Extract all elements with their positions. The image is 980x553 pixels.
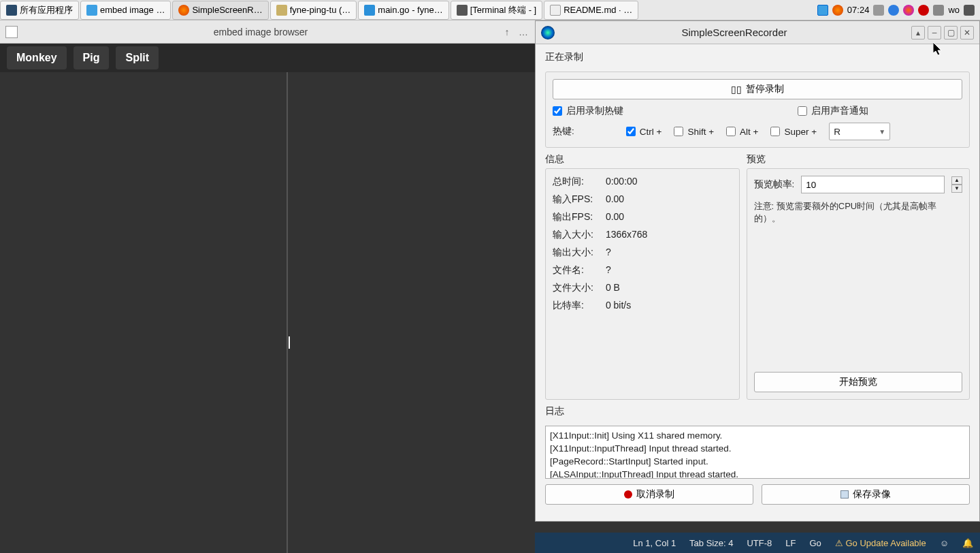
taskbar-item-label: [Terminal 终端 - ] (470, 4, 537, 16)
ssr-window: SimpleScreenRecorder ▴ – ▢ ✕ 正在录制 ▯▯ 暂停录… (535, 20, 980, 522)
taskbar-item-label: embed image … (100, 5, 165, 15)
info-key: 文件大小: (553, 282, 593, 294)
hotkey-checkbox[interactable]: 启用录制热键 (553, 105, 623, 117)
toolbar: Monkey Pig Split (0, 44, 535, 72)
info-key: 输入大小: (553, 229, 593, 241)
super-mod[interactable]: Super + (770, 127, 817, 137)
taskbar-item-5[interactable]: README.md · … (544, 1, 638, 20)
bluetooth-icon[interactable] (888, 5, 899, 16)
split-button[interactable]: Split (116, 46, 159, 69)
preview-group: 预览帧率: ▲ ▼ 注意: 预览需要额外的CPU时间（尤其是高帧率的）。 开始预… (747, 168, 970, 400)
sound-check-input[interactable] (798, 106, 807, 116)
shift-mod[interactable]: Shift + (674, 127, 714, 137)
workspace-switcher[interactable] (817, 5, 828, 16)
canvas-area[interactable] (0, 72, 535, 553)
log-line: [X11Input::InputThread] Input thread sta… (550, 442, 965, 455)
taskbar-item-4[interactable]: [Terminal 终端 - ] (451, 1, 543, 20)
info-key: 输出FPS: (553, 211, 593, 223)
info-val: 0 B (606, 282, 732, 294)
taskbar-item-label: README.md · … (564, 5, 632, 15)
vscode-icon (364, 5, 375, 16)
save-record-button[interactable]: 保存录像 (762, 484, 970, 505)
window-icon (5, 26, 18, 38)
info-key: 比特率: (553, 300, 593, 312)
ssr-icon (178, 5, 189, 16)
info-key: 总时间: (553, 176, 593, 188)
info-key: 输出大小: (553, 247, 593, 259)
hotkey-label: 热键: (553, 125, 574, 138)
info-val: 0:00:00 (606, 176, 732, 188)
chrome-icon (550, 5, 561, 16)
ssr-icon (541, 26, 555, 40)
maximize-button[interactable]: ▢ (944, 26, 958, 40)
titlebar[interactable]: SimpleScreenRecorder ▴ – ▢ ✕ (536, 21, 979, 44)
overflow-button[interactable]: … (517, 27, 529, 37)
record-group: ▯▯ 暂停录制 启用录制热键 启用声音通知 热键: Ctrl + Sh (545, 72, 970, 148)
preview-note: 注意: 预览需要额外的CPU时间（尤其是高帧率的）。 (754, 200, 962, 225)
info-val: 0 bit/s (606, 300, 732, 312)
start-preview-button[interactable]: 开始预览 (754, 372, 962, 392)
save-icon (840, 490, 849, 499)
clock[interactable]: 07:24 (847, 5, 870, 15)
window-title: SimpleScreenRecorder (560, 27, 909, 38)
record-icon[interactable] (918, 5, 929, 16)
cancel-label: 取消录制 (636, 488, 674, 501)
info-val: ? (606, 247, 732, 259)
log-line: [ALSAInput::InputThread] Input thread st… (550, 468, 965, 479)
sound-checkbox[interactable]: 启用声音通知 (798, 105, 868, 117)
feedback-icon[interactable]: ☺ (940, 538, 949, 548)
monkey-button[interactable]: Monkey (7, 46, 67, 69)
ctrl-mod[interactable]: Ctrl + (626, 127, 662, 137)
eol[interactable]: LF (785, 538, 796, 548)
hotkey-check-input[interactable] (553, 106, 562, 116)
info-table: 总时间:0:00:00 输入FPS:0.00 输出FPS:0.00 输入大小:1… (553, 176, 732, 312)
spin-down[interactable]: ▼ (951, 185, 962, 193)
save-label: 保存录像 (853, 488, 891, 501)
close-button[interactable]: ✕ (960, 26, 974, 40)
taskbar-item-3[interactable]: main.go - fyne… (358, 1, 448, 20)
encoding[interactable]: UTF-8 (747, 538, 772, 548)
hotkey-key-select[interactable]: R ▼ (829, 123, 890, 140)
network-icon[interactable] (933, 5, 944, 16)
taskbar-item-0[interactable]: embed image … (80, 1, 171, 20)
titlebar[interactable]: embed image browser ↑ … (0, 20, 535, 44)
tab-size[interactable]: Tab Size: 4 (689, 538, 733, 548)
sound-check-label: 启用声音通知 (811, 105, 868, 117)
spin-up[interactable]: ▲ (951, 176, 962, 185)
keyboard-icon[interactable] (873, 5, 884, 16)
log-line: [PageRecord::StartInput] Started input. (550, 455, 965, 468)
record-dot-icon (624, 490, 632, 499)
xfce-icon (6, 5, 17, 16)
cursor-position[interactable]: Ln 1, Col 1 (633, 538, 676, 548)
pig-button[interactable]: Pig (74, 46, 110, 69)
preview-rate-input[interactable] (801, 176, 945, 193)
flame-icon[interactable] (903, 5, 914, 16)
cancel-record-button[interactable]: 取消录制 (545, 484, 753, 505)
rollup-button[interactable]: ▴ (911, 26, 925, 40)
log-section-title: 日志 (545, 405, 970, 417)
hotkey-key-value: R (834, 127, 840, 137)
split-divider[interactable] (287, 72, 288, 553)
up-button[interactable]: ↑ (501, 27, 513, 37)
minimize-button[interactable]: – (928, 26, 941, 40)
app-menu[interactable]: 所有应用程序 (0, 1, 79, 20)
info-group: 总时间:0:00:00 输入FPS:0.00 输出FPS:0.00 输入大小:1… (545, 168, 740, 400)
log-box[interactable]: [X11Input::Init] Using X11 shared memory… (545, 426, 970, 479)
hotkey-check-label: 启用录制热键 (566, 105, 623, 117)
taskbar-item-1[interactable]: SimpleScreenR… (172, 1, 268, 20)
chevron-down-icon: ▼ (879, 128, 885, 136)
volume-icon[interactable] (964, 5, 975, 16)
language[interactable]: Go (809, 538, 821, 548)
info-val: ? (606, 264, 732, 276)
go-update[interactable]: ⚠ Go Update Available (835, 538, 926, 548)
window-title: embed image browser (24, 27, 497, 37)
vscode-statusbar: Ln 1, Col 1 Tab Size: 4 UTF-8 LF Go ⚠ Go… (535, 533, 980, 553)
info-key: 文件名: (553, 264, 593, 276)
taskbar-item-2[interactable]: fyne-ping-tu (… (270, 1, 357, 20)
pause-icon: ▯▯ (731, 84, 742, 95)
alt-mod[interactable]: Alt + (726, 127, 758, 137)
keyboard-layout[interactable]: wo (948, 5, 960, 15)
tray-ssr-icon[interactable] (832, 5, 843, 16)
pause-record-button[interactable]: ▯▯ 暂停录制 (553, 79, 962, 99)
bell-icon[interactable]: 🔔 (962, 538, 973, 548)
